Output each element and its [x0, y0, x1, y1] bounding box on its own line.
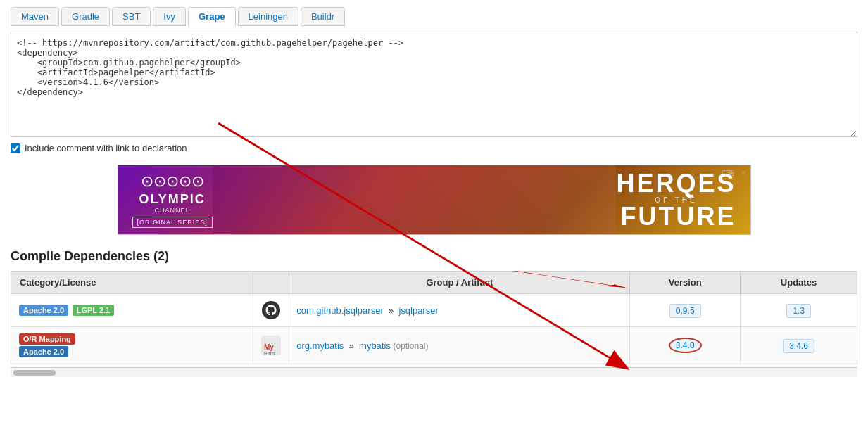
tab-sbt[interactable]: SBT [112, 7, 151, 26]
row1-artifact: com.github.jsqlparser » jsqlparser [289, 294, 630, 327]
row1-icon-cell [253, 294, 289, 327]
row2-icon-cell: My Batis [253, 327, 289, 364]
page-wrapper: Maven Gradle SBT Ivy Grape Leiningen Bui… [0, 0, 868, 434]
ad-series-badge: [ORIGINAL SERIES] [132, 217, 213, 228]
jsqlparser-group-link[interactable]: com.github.jsqlparser [296, 305, 384, 316]
badge-apache20-2: Apache 2.0 [19, 346, 68, 357]
ad-center-image [213, 165, 617, 234]
ad-right-text: HERQES OF THE FUTURE [616, 171, 736, 229]
col-header-category: Category/License [11, 272, 253, 294]
ad-channel-sub: CHANNEL [155, 207, 190, 214]
mybatis-updates-link[interactable]: 3.4.6 [783, 339, 814, 353]
tab-grape[interactable]: Grape [188, 7, 236, 26]
badge-lgpl21: LGPL 2.1 [73, 305, 114, 316]
ad-left: ⊙⊙⊙⊙⊙ OLYMPIC CHANNEL [ORIGINAL SERIES] [132, 172, 213, 228]
badge-ormapping: O/R Mapping [19, 333, 75, 345]
svg-point-0 [262, 301, 280, 319]
table-row: O/R Mapping Apache 2.0 My Batis [11, 327, 857, 364]
olympic-rings-icon: ⊙⊙⊙⊙⊙ [141, 172, 204, 191]
tab-gradle[interactable]: Gradle [61, 7, 110, 26]
horizontal-scrollbar[interactable] [11, 367, 857, 377]
ad-banner: ⊙⊙⊙⊙⊙ OLYMPIC CHANNEL [ORIGINAL SERIES] … [118, 165, 751, 235]
tabs-container: Maven Gradle SBT Ivy Grape Leiningen Bui… [11, 7, 857, 26]
col-header-version: Version [630, 272, 741, 294]
checkbox-row: Include comment with link to declaration [11, 143, 857, 153]
github-svg [261, 300, 281, 320]
row2-version: 3.4.0 [630, 327, 741, 364]
jsqlparser-updates-link[interactable]: 1.3 [786, 304, 811, 318]
mybatis-svg: My Batis [261, 336, 281, 355]
tab-maven[interactable]: Maven [11, 7, 59, 26]
mybatis-artifact-link[interactable]: mybatis [359, 340, 391, 351]
table-row: Apache 2.0 LGPL 2.1 com.git [11, 294, 857, 327]
include-comment-checkbox[interactable] [11, 143, 20, 153]
ad-future-text: FUTURE [616, 204, 736, 229]
badge-apache20-1: Apache 2.0 [19, 305, 68, 316]
row1-version: 0.9.5 [630, 294, 741, 327]
mybatis-version-link[interactable]: 3.4.0 [669, 338, 702, 353]
github-icon [260, 300, 282, 321]
mybatis-icon: My Batis [260, 335, 282, 356]
deps-table-container: Category/License Group / Artifact Versio… [11, 271, 857, 364]
ad-label: 广告 [721, 168, 735, 178]
section-title: Compile Dependencies (2) [11, 249, 857, 264]
mybatis-optional-label: (optional) [393, 341, 428, 351]
deps-table: Category/License Group / Artifact Versio… [11, 271, 857, 364]
mybatis-group-link[interactable]: org.mybatis [296, 340, 344, 351]
svg-text:My: My [264, 343, 274, 351]
row2-artifact: org.mybatis » mybatis (optional) [289, 327, 630, 364]
jsqlparser-version-link[interactable]: 0.9.5 [669, 304, 701, 318]
row1-updates: 1.3 [741, 294, 857, 327]
col-header-group: Group / Artifact [289, 272, 630, 294]
ad-close-button[interactable]: × [741, 168, 746, 177]
include-comment-label: Include comment with link to declaration [25, 143, 187, 153]
svg-text:Batis: Batis [264, 351, 275, 355]
jsqlparser-artifact-link[interactable]: jsqlparser [398, 305, 438, 316]
tab-leiningen[interactable]: Leiningen [238, 7, 298, 26]
ad-channel-name: OLYMPIC [139, 192, 205, 207]
row1-badges: Apache 2.0 LGPL 2.1 [11, 294, 253, 327]
ad-heroes-text: HERQES [616, 171, 736, 196]
row2-badges: O/R Mapping Apache 2.0 [11, 327, 253, 364]
col-header-updates: Updates [741, 272, 857, 294]
tab-buildr[interactable]: Buildr [301, 7, 345, 26]
code-textarea[interactable] [11, 32, 857, 137]
tab-ivy[interactable]: Ivy [153, 7, 186, 26]
col-header-icon [253, 272, 289, 294]
row2-updates: 3.4.6 [741, 327, 857, 364]
scrollbar-thumb[interactable] [13, 370, 56, 376]
